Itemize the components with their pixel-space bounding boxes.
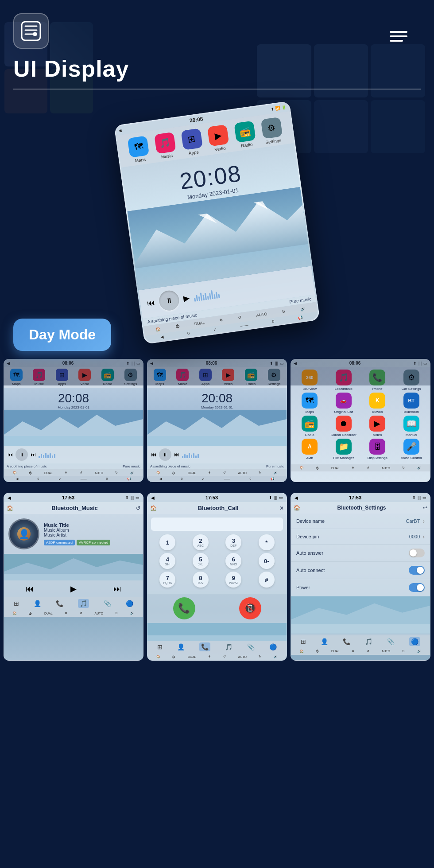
- app-kuwoo[interactable]: K Kuwoo: [361, 393, 394, 414]
- app-radio2[interactable]: 📻 Radio: [294, 416, 326, 437]
- auto-connect-toggle[interactable]: [409, 566, 425, 575]
- next-btn[interactable]: ▶: [183, 292, 190, 303]
- svg-rect-4: [33, 32, 37, 36]
- main-phone-mockup: ◀ 20:08 ⬆ 📶 🔋 🗺 Maps 🎵 Music ⊞ Apps: [114, 101, 320, 344]
- power-icon[interactable]: ⏻: [175, 324, 180, 329]
- app-dispsettings[interactable]: 🎛 DispSettings: [361, 439, 394, 460]
- bt-music-back[interactable]: ◀: [8, 495, 11, 500]
- bt-album-art: 👤: [8, 518, 39, 549]
- bt-settings-landscape: [291, 596, 430, 635]
- dialpad-display[interactable]: [151, 518, 283, 531]
- app-avin[interactable]: A Avin: [294, 439, 326, 460]
- auto-answer-toggle[interactable]: [409, 549, 425, 557]
- key-9[interactable]: 9WXYZ: [225, 572, 241, 588]
- day-mode-badge: Day Mode: [13, 319, 111, 351]
- bt-badge2: AVRCP connected: [77, 540, 110, 545]
- bt-music-landscape: [4, 554, 143, 580]
- app-maps-label: Maps: [135, 157, 146, 163]
- app-filemgr[interactable]: 📁 File Manager: [328, 439, 360, 460]
- bt-call-close[interactable]: ✕: [279, 505, 284, 511]
- num-0: 0: [187, 331, 190, 336]
- sc2-play[interactable]: ⏸: [159, 448, 171, 461]
- call-hangup-btn[interactable]: 📵: [239, 597, 261, 619]
- bt-music-refresh[interactable]: ↺: [136, 505, 140, 511]
- volume-icon[interactable]: 🔊: [300, 306, 305, 311]
- key-3[interactable]: 3DEF: [225, 534, 241, 550]
- bt-music-top-bar: ◀ 17:53 ⬆|||▭: [4, 493, 143, 502]
- bt-call-back[interactable]: ◀: [151, 495, 155, 500]
- key-hash[interactable]: #: [259, 572, 275, 588]
- play-pause-btn[interactable]: ⏸: [158, 289, 180, 311]
- bt-settings-back2[interactable]: ↩: [423, 505, 427, 511]
- key-6[interactable]: 6MNO: [225, 553, 241, 569]
- sc1-date: Monday 2023-01-01: [6, 405, 141, 409]
- sc2-next[interactable]: ⏭: [174, 452, 179, 458]
- bt-prev-btn[interactable]: ⏮: [26, 584, 34, 594]
- app-voicectrl[interactable]: 🎤 Voice Control: [395, 439, 428, 460]
- app-radio[interactable]: 📻 Radio: [234, 121, 257, 149]
- device-pin-chevron[interactable]: ›: [422, 533, 425, 540]
- bt-call-landscape: [147, 623, 287, 641]
- sc2-prev[interactable]: ⏮: [151, 452, 156, 458]
- app-maps[interactable]: 🗺 Maps: [128, 136, 151, 164]
- bt-call-top-bar: ◀ 17:53 ⬆|||▭: [147, 493, 287, 502]
- key-star[interactable]: *: [259, 534, 275, 550]
- sc1-play[interactable]: ⏸: [16, 448, 28, 461]
- radio-icon: 📻: [234, 121, 256, 143]
- row2-card3: ◀ 17:53 ⬆|||▭ 🏠 Bluetooth_Settings ↩ Dev…: [291, 493, 430, 661]
- bt-settings-back[interactable]: ◀: [294, 495, 298, 500]
- back-icon[interactable]: ◀: [160, 335, 164, 339]
- app-music[interactable]: 🎵 Music: [154, 132, 177, 160]
- sc2-home[interactable]: 🏠: [156, 471, 160, 475]
- kuwoo-icon: K: [369, 393, 385, 409]
- app-maps2[interactable]: 🗺 Maps: [294, 393, 326, 414]
- app-video2[interactable]: ▶ Video: [361, 416, 394, 437]
- call-answer-btn[interactable]: 📞: [173, 597, 195, 619]
- bt-settings-home[interactable]: 🏠: [294, 505, 300, 511]
- device-name-chevron[interactable]: ›: [422, 518, 425, 525]
- sc1-time-display: 20:08 Monday 2023-01-01: [4, 388, 143, 410]
- maps2-icon: 🗺: [302, 393, 318, 409]
- settings-list: Device name CarBT › Device pin 0000 › Au…: [291, 514, 430, 596]
- app-settings[interactable]: ⚙ Settings: [260, 117, 283, 145]
- sc3-bottom-bar: 🏠 ⏻ DUAL ❄ ↺ AUTO ↻ 🔊: [291, 464, 430, 471]
- app-bluetooth[interactable]: BT Bluetooth: [395, 393, 428, 414]
- bt-next-btn[interactable]: ⏭: [113, 584, 121, 594]
- bt-call-bottom2: 🏠 ⏻ DUAL ❄ ↺ AUTO ↻ 🔊: [147, 653, 287, 660]
- prev-btn[interactable]: ⏮: [146, 298, 155, 308]
- key-1[interactable]: 1: [159, 534, 175, 550]
- app-manual[interactable]: 📖 Manual: [395, 416, 428, 437]
- bt-play-btn[interactable]: ▶: [70, 584, 77, 594]
- sc1-waveform: [39, 452, 140, 458]
- auto-label: AUTO: [256, 311, 267, 317]
- key-7[interactable]: 7PQRS: [159, 572, 175, 588]
- sc1-prev[interactable]: ⏮: [8, 452, 13, 458]
- app-soundrec[interactable]: ⏺ Sound Recorder: [328, 416, 360, 437]
- bt-music-status: ⬆|||▭: [125, 495, 140, 500]
- bt-artist-name: Music Artist: [44, 533, 139, 537]
- power-label: Power: [296, 585, 310, 590]
- sc2-music-bar: ⏮ ⏸ ⏭: [147, 446, 287, 463]
- sc1-next[interactable]: ⏭: [31, 452, 36, 458]
- key-8[interactable]: 8TUV: [193, 572, 209, 588]
- app-video[interactable]: ▶ Vedio: [207, 124, 230, 152]
- key-5[interactable]: 5JKL: [193, 553, 209, 569]
- row2-grid: ◀ 17:53 ⬆|||▭ 🏠 Bluetooth_Music ↺ 👤 Musi…: [0, 489, 434, 664]
- call-buttons: 📞 📵: [147, 594, 287, 623]
- row2-card2: ◀ 17:53 ⬆|||▭ 🏠 Bluetooth_Call ✕ 1 2ABC …: [147, 493, 287, 661]
- hamburger-menu[interactable]: [390, 31, 407, 42]
- app-apps[interactable]: ⊞ Apps: [181, 128, 204, 156]
- key-2[interactable]: 2ABC: [193, 534, 209, 550]
- sc2-waveform: [182, 452, 283, 458]
- key-0dash[interactable]: 0-: [259, 553, 275, 569]
- bt-music-home[interactable]: 🏠: [7, 505, 13, 511]
- app-origcar[interactable]: 🚗 Original Car: [328, 393, 360, 414]
- bt-call-home[interactable]: 🏠: [150, 505, 157, 511]
- home-icon[interactable]: 🏠: [155, 327, 161, 331]
- status-icons: ⬆ 📶 🔋: [271, 105, 287, 111]
- power-toggle[interactable]: [409, 583, 425, 592]
- sc1-home[interactable]: 🏠: [13, 471, 17, 475]
- num-0b: 0: [272, 319, 275, 324]
- bt-call-bottom: ⊞ 👤 📞 🎵 📎 🔵: [147, 641, 287, 653]
- key-4[interactable]: 4GHI: [159, 553, 175, 569]
